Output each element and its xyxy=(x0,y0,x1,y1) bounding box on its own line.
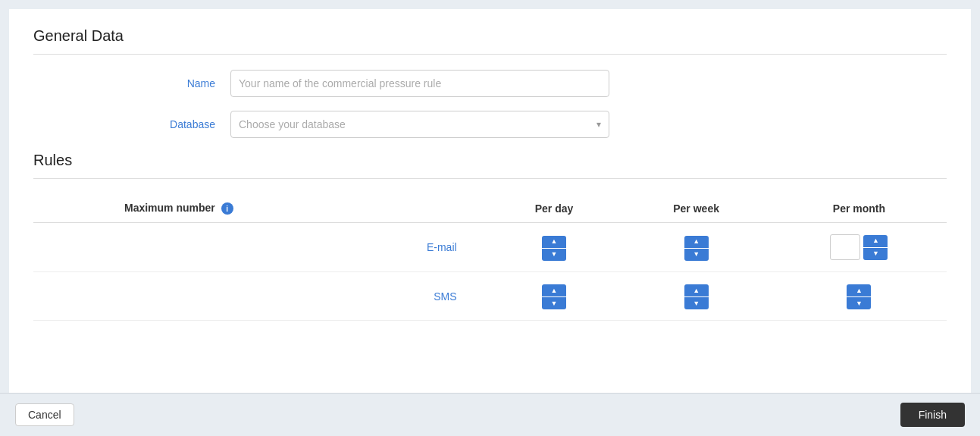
col-header-month: Per month xyxy=(772,194,947,223)
finish-button[interactable]: Finish xyxy=(900,403,965,427)
table-header-row: Maximum number i Per day Per week Per mo… xyxy=(33,194,947,223)
sms-per-week-up[interactable]: ▲ xyxy=(684,284,709,296)
rules-divider xyxy=(33,178,947,179)
sms-per-month-cell: ▲ ▼ xyxy=(772,271,947,321)
sms-per-week-cell: ▲ ▼ xyxy=(621,271,771,321)
col-header-max: Maximum number i xyxy=(33,194,487,223)
chevron-down-icon: ▾ xyxy=(596,119,601,130)
database-select[interactable]: Choose your database ▾ xyxy=(230,111,609,138)
col-header-week: Per week xyxy=(621,194,771,223)
row-label-sms: SMS xyxy=(33,271,487,321)
sms-per-day-up[interactable]: ▲ xyxy=(542,284,566,296)
name-label: Name xyxy=(33,77,230,89)
email-per-day-cell: ▲ ▼ xyxy=(487,223,622,272)
email-per-week-spinner: ▲ ▼ xyxy=(684,236,709,261)
sms-per-week-spinner: ▲ ▼ xyxy=(684,284,709,309)
general-divider xyxy=(33,54,947,55)
database-row: Database Choose your database ▾ xyxy=(33,111,947,138)
main-content: General Data Name Database Choose your d… xyxy=(9,9,971,393)
sms-per-day-down[interactable]: ▼ xyxy=(542,297,566,309)
rules-section: Rules Maximum number i Per day Per week … xyxy=(33,152,947,321)
email-per-month-spinner: ▲ ▼ xyxy=(863,235,888,260)
cancel-button[interactable]: Cancel xyxy=(15,403,74,426)
row-label-email: E-mail xyxy=(33,223,487,272)
table-row-email: E-mail ▲ ▼ ▲ ▼ xyxy=(33,223,947,272)
sms-per-month-down[interactable]: ▼ xyxy=(847,297,871,309)
database-label: Database xyxy=(33,118,230,130)
general-data-title: General Data xyxy=(33,27,947,45)
database-placeholder-text: Choose your database xyxy=(239,118,596,130)
sms-per-month-up[interactable]: ▲ xyxy=(847,284,871,296)
name-row: Name xyxy=(33,70,947,97)
email-per-week-down[interactable]: ▼ xyxy=(684,249,709,261)
email-per-day-spinner: ▲ ▼ xyxy=(542,236,566,261)
rules-table: Maximum number i Per day Per week Per mo… xyxy=(33,194,947,321)
rules-title: Rules xyxy=(33,152,947,169)
email-per-month-up[interactable]: ▲ xyxy=(863,235,888,247)
name-input[interactable] xyxy=(230,70,609,97)
sms-per-day-cell: ▲ ▼ xyxy=(487,271,622,321)
email-per-month-group: ▲ ▼ xyxy=(830,234,888,260)
footer: Cancel Finish xyxy=(0,393,980,436)
email-per-week-cell: ▲ ▼ xyxy=(621,223,771,272)
sms-per-day-spinner: ▲ ▼ xyxy=(542,284,566,309)
info-icon[interactable]: i xyxy=(221,202,233,215)
email-per-day-down[interactable]: ▼ xyxy=(542,249,566,261)
col-header-day: Per day xyxy=(487,194,622,223)
email-per-month-down[interactable]: ▼ xyxy=(863,248,888,260)
email-per-month-input[interactable] xyxy=(830,234,860,260)
table-row-sms: SMS ▲ ▼ ▲ ▼ xyxy=(33,271,947,321)
sms-per-week-down[interactable]: ▼ xyxy=(684,297,709,309)
email-per-week-up[interactable]: ▲ xyxy=(684,236,709,248)
email-per-month-cell: ▲ ▼ xyxy=(772,223,947,272)
email-per-day-up[interactable]: ▲ xyxy=(542,236,566,248)
sms-per-month-spinner: ▲ ▼ xyxy=(847,284,871,309)
